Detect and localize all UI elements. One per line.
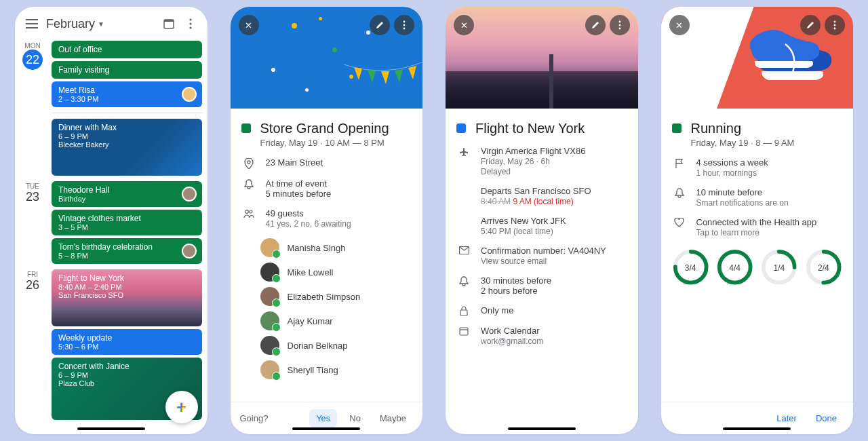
guest-item[interactable]: Mike Lowell xyxy=(260,263,412,282)
menu-icon[interactable] xyxy=(24,16,39,31)
edit-icon[interactable] xyxy=(370,15,390,35)
edit-icon[interactable] xyxy=(585,15,606,35)
event-subtitle: Friday, May 19 · 8 — 9 AM xyxy=(691,138,795,148)
plus-icon: + xyxy=(176,397,186,418)
goal-row[interactable]: 4 sessions a week1 hour, mornings xyxy=(673,157,843,178)
rsvp-maybe[interactable]: Maybe xyxy=(373,409,413,427)
event-title: Running xyxy=(691,121,795,136)
home-indicator xyxy=(292,427,360,430)
bell-icon xyxy=(243,178,255,190)
calendar-row[interactable]: Work Calendarwork@gmail.com xyxy=(458,326,627,346)
calendar-color-chip xyxy=(241,123,251,133)
hero-image: ✕ xyxy=(231,7,423,109)
agenda-event[interactable]: Out of office xyxy=(52,41,202,58)
guest-avatar xyxy=(260,336,279,355)
agenda-event[interactable]: Weekly update5:30 – 6 PM xyxy=(52,329,202,355)
event-body: Flight to New York Virgin America Flight… xyxy=(446,109,638,434)
bell-icon xyxy=(458,275,470,287)
overflow-icon[interactable] xyxy=(610,15,630,35)
later-button[interactable]: Later xyxy=(770,409,804,427)
rsvp-yes[interactable]: Yes xyxy=(309,409,337,427)
agenda-event[interactable]: Flight to New York8:40 AM – 2:40 PMSan F… xyxy=(52,269,202,326)
lock-icon xyxy=(458,305,470,316)
day-header: FRI26 xyxy=(20,269,45,292)
confirmation-row[interactable]: Confirmation number: VA404NYView source … xyxy=(458,246,627,266)
rsvp-no[interactable]: No xyxy=(342,409,368,427)
visibility-row[interactable]: Only me xyxy=(458,305,627,316)
guest-name: Dorian Belknap xyxy=(288,341,348,351)
calendar-color-chip xyxy=(456,123,466,133)
guest-list: Manisha SinghMike LowellElizabeth Simpso… xyxy=(241,238,412,379)
guests-row[interactable]: 49 guests41 yes, 2 no, 6 awaiting xyxy=(243,208,412,229)
progress-ring: 1/4 xyxy=(760,248,797,288)
flight-row: Virgin America Flight VX86Friday, May 26… xyxy=(458,146,627,176)
guest-item[interactable]: Sheryll Tiang xyxy=(260,360,412,379)
bell-icon xyxy=(673,187,686,199)
svg-marker-5 xyxy=(354,67,362,80)
guest-avatar xyxy=(260,238,279,257)
attendee-avatar xyxy=(182,187,197,202)
heart-icon xyxy=(673,217,686,227)
reminder-row[interactable]: 10 minute beforeSmart notifications are … xyxy=(673,187,843,208)
people-icon xyxy=(243,208,255,218)
mail-icon xyxy=(458,246,470,254)
guest-item[interactable]: Elizabeth Simpson xyxy=(260,287,412,306)
plane-icon xyxy=(458,146,470,157)
guest-name: Manisha Singh xyxy=(288,243,346,253)
svg-point-13 xyxy=(245,210,248,214)
event-flight-screen: ✕ Flight to New York Virgin America Flig… xyxy=(446,7,638,434)
agenda-event[interactable]: Meet Risa2 – 3:30 PM xyxy=(52,81,202,107)
progress-rings: 3/44/41/42/4 xyxy=(672,248,843,288)
guest-item[interactable]: Manisha Singh xyxy=(260,238,412,257)
agenda-event[interactable]: Vintage clothes market3 – 5 PM xyxy=(52,210,202,235)
guest-item[interactable]: Ajay Kumar xyxy=(260,311,412,330)
svg-marker-7 xyxy=(381,71,389,84)
home-indicator xyxy=(508,427,576,430)
arrive-row: Arrives New York JFK5:40 PM (local time) xyxy=(458,216,627,236)
agenda-day: MON22Out of officeFamily visitingMeet Ri… xyxy=(20,41,202,176)
health-row[interactable]: Connected with the Health appTap to lear… xyxy=(673,217,843,237)
rsvp-prompt: Going? xyxy=(240,413,304,423)
agenda-event[interactable]: Family visiting xyxy=(52,61,202,79)
hero-image: ✕ xyxy=(661,7,854,109)
agenda-event[interactable]: Theodore HallBirthday xyxy=(52,181,202,207)
guest-avatar xyxy=(260,263,279,282)
location-icon xyxy=(243,157,255,169)
month-picker[interactable]: February ▼ xyxy=(46,17,155,31)
guest-name: Ajay Kumar xyxy=(288,316,333,326)
svg-marker-8 xyxy=(395,69,403,83)
reminder-row[interactable]: At time of event5 minutes before xyxy=(243,178,412,199)
event-body: Store Grand Opening Friday, May 19 · 10 … xyxy=(231,109,423,402)
attendee-avatar xyxy=(182,244,197,258)
done-button[interactable]: Done xyxy=(809,409,844,427)
edit-icon[interactable] xyxy=(800,15,821,35)
svg-point-22 xyxy=(834,24,836,26)
svg-point-4 xyxy=(189,26,191,28)
svg-marker-9 xyxy=(408,66,416,79)
agenda-event[interactable]: Tom's birthday celebration5 – 8 PM xyxy=(52,238,202,264)
event-title: Flight to New York xyxy=(475,121,585,136)
svg-point-12 xyxy=(403,28,406,30)
svg-point-17 xyxy=(618,28,620,30)
overflow-icon[interactable] xyxy=(394,15,414,35)
overflow-icon[interactable] xyxy=(825,15,845,35)
guest-avatar xyxy=(260,287,279,306)
reminder-row[interactable]: 30 minutes before2 hours before xyxy=(458,275,627,296)
close-icon[interactable]: ✕ xyxy=(454,15,474,35)
create-fab[interactable]: + xyxy=(165,391,198,423)
overflow-icon[interactable] xyxy=(183,16,198,31)
guest-name: Mike Lowell xyxy=(288,267,334,277)
agenda-list[interactable]: MON22Out of officeFamily visitingMeet Ri… xyxy=(15,37,208,434)
svg-rect-1 xyxy=(164,20,174,22)
guest-avatar xyxy=(260,360,279,379)
today-icon[interactable] xyxy=(161,16,176,31)
month-label: February xyxy=(46,17,95,31)
home-indicator xyxy=(77,427,145,430)
close-icon[interactable]: ✕ xyxy=(239,15,259,35)
location-row[interactable]: 23 Main Street xyxy=(243,157,412,169)
agenda-event[interactable]: Dinner with Max6 – 9 PMBleeker Bakery xyxy=(52,119,202,176)
event-body: Running Friday, May 19 · 8 — 9 AM 4 sess… xyxy=(661,109,854,402)
guest-item[interactable]: Dorian Belknap xyxy=(260,336,412,355)
close-icon[interactable]: ✕ xyxy=(669,15,690,35)
event-subtitle: Friday, May 19 · 10 AM — 8 PM xyxy=(260,138,389,148)
